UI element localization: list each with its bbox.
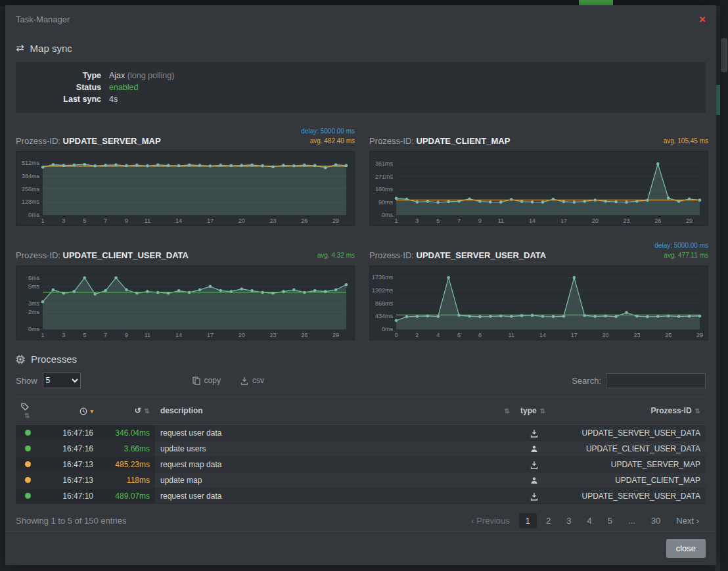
status-value: enabled: [101, 81, 139, 93]
column-duration[interactable]: ↺⇅: [99, 397, 155, 425]
svg-text:128ms: 128ms: [22, 198, 40, 205]
chip-icon: [16, 355, 25, 364]
duration-cell: 3.66ms: [99, 441, 155, 457]
close-icon[interactable]: ×: [699, 14, 706, 25]
svg-text:3: 3: [415, 217, 419, 224]
svg-text:0ms: 0ms: [28, 212, 40, 218]
pagination-page-30[interactable]: 30: [645, 513, 667, 528]
search-input[interactable]: [606, 373, 706, 388]
chart-stats: delay: 5000.00 ms avg. 482.40 ms: [301, 126, 355, 146]
table-row[interactable]: 16:47:10489.07msrequest user dataUPDATE_…: [16, 488, 706, 504]
svg-text:17: 17: [207, 332, 214, 338]
svg-text:23: 23: [269, 217, 276, 224]
svg-text:9: 9: [125, 217, 128, 224]
svg-text:7: 7: [104, 217, 107, 224]
status-cell: [16, 441, 39, 457]
task-manager-modal: Task-Manager × ⇄ Map sync Type Ajax (lon…: [5, 5, 716, 565]
pagination-page-3[interactable]: 3: [560, 513, 578, 528]
search-label: Search:: [572, 376, 601, 386]
svg-text:361ms: 361ms: [375, 160, 394, 167]
history-icon: ↺: [135, 406, 141, 415]
duration-cell: 489.07ms: [99, 488, 155, 504]
column-description[interactable]: description⇅: [155, 397, 515, 425]
time-cell: 16:47:13: [39, 457, 99, 472]
svg-text:8: 8: [478, 332, 482, 338]
column-process-id[interactable]: Prozess-ID⇅: [553, 397, 706, 425]
chart-title: Prozess-ID: UPDATE_CLIENT_USER_DATA: [16, 250, 189, 260]
table-row[interactable]: 16:47:163.66msupdate usersUPDATE_CLIENT_…: [16, 441, 706, 457]
chart-area: 0ms434ms868ms1302ms1736ms024681114172023…: [369, 265, 708, 340]
svg-text:434ms: 434ms: [375, 313, 394, 319]
processes-heading: Processes: [16, 354, 706, 365]
chart-avg-value: avg. 105.45 ms: [664, 136, 708, 146]
svg-text:14: 14: [529, 217, 535, 224]
chart-delay-value: delay: 5000.00 ms: [654, 240, 708, 250]
column-time[interactable]: ▾: [39, 397, 99, 425]
background-scrollbar[interactable]: [720, 0, 728, 571]
svg-text:4: 4: [436, 332, 440, 338]
table-row[interactable]: 16:47:13118msupdate mapUPDATE_CLIENT_MAP: [16, 472, 706, 488]
clock-icon: [80, 407, 87, 415]
time-cell: 16:47:13: [39, 472, 99, 488]
svg-text:5ms: 5ms: [28, 283, 40, 290]
sort-desc-icon: ▾: [90, 408, 93, 415]
svg-text:17: 17: [571, 332, 578, 338]
svg-text:20: 20: [239, 332, 245, 338]
sync-arrows-icon: ⇄: [16, 42, 24, 54]
show-entries-select[interactable]: 5: [43, 373, 81, 388]
download-icon: [515, 425, 553, 441]
table-header-row: ⇅ ▾ ↺⇅ description⇅ type⇅ Proz: [16, 397, 706, 425]
download-icon: [240, 377, 248, 385]
svg-text:11: 11: [145, 332, 150, 338]
pagination-previous[interactable]: ‹ Previous: [465, 513, 516, 528]
pagination-page-4[interactable]: 4: [581, 513, 599, 528]
charts-grid: Prozess-ID: UPDATE_SERVER_MAP delay: 500…: [16, 124, 706, 340]
process-id-cell: UPDATE_SERVER_USER_DATA: [553, 488, 706, 504]
chart-title: Prozess-ID: UPDATE_CLIENT_MAP: [369, 136, 510, 146]
pagination-page-2[interactable]: 2: [539, 513, 557, 528]
table-row[interactable]: 16:47:16346.04msrequest user dataUPDATE_…: [16, 425, 706, 441]
svg-text:11: 11: [509, 332, 514, 338]
column-status[interactable]: ⇅: [16, 397, 39, 425]
copy-button[interactable]: copy: [193, 376, 221, 385]
svg-text:0: 0: [394, 332, 398, 338]
svg-text:26: 26: [301, 217, 307, 224]
show-label: Show: [16, 376, 37, 386]
tag-icon: [21, 403, 29, 411]
process-table-body: 16:47:16346.04msrequest user dataUPDATE_…: [16, 425, 706, 504]
svg-text:20: 20: [592, 217, 599, 224]
svg-text:23: 23: [269, 332, 276, 338]
chart-area: 0ms2ms3ms5ms6ms1357911141720232629: [16, 265, 355, 340]
pagination-ellipsis: ...: [622, 513, 642, 528]
sort-icon: ⇅: [505, 407, 510, 415]
svg-text:1: 1: [41, 217, 44, 224]
modal-body: ⇄ Map sync Type Ajax (long polling) Stat…: [5, 42, 716, 528]
chart-avg-value: avg. 482.40 ms: [301, 136, 355, 146]
svg-text:29: 29: [332, 332, 339, 338]
user-icon: [515, 472, 553, 488]
duration-cell: 346.04ms: [99, 425, 155, 441]
svg-text:2: 2: [415, 332, 419, 338]
process-id-cell: UPDATE_CLIENT_MAP: [553, 472, 706, 488]
pagination-page-5[interactable]: 5: [601, 513, 619, 528]
pagination-next[interactable]: Next ›: [670, 513, 706, 528]
chart-title: Prozess-ID: UPDATE_SERVER_USER_DATA: [369, 250, 546, 260]
column-type[interactable]: type⇅: [515, 397, 553, 425]
scrollbar-thumb[interactable]: [721, 38, 727, 72]
svg-text:180ms: 180ms: [375, 186, 394, 193]
svg-text:1: 1: [41, 332, 44, 338]
close-button[interactable]: close: [666, 539, 706, 558]
csv-button[interactable]: csv: [240, 376, 264, 385]
last-sync-value: 4s: [101, 93, 118, 105]
svg-text:7: 7: [104, 332, 107, 338]
map-sync-panel: Type Ajax (long polling) Status enabled …: [16, 62, 706, 113]
pagination: ‹ Previous12345...30Next ›: [465, 513, 706, 528]
svg-text:29: 29: [686, 217, 693, 224]
svg-text:868ms: 868ms: [375, 300, 394, 307]
table-row[interactable]: 16:47:13485.23msrequest map dataUPDATE_S…: [16, 457, 706, 472]
chart-avg-value: avg. 477.11 ms: [654, 250, 708, 260]
svg-text:1302ms: 1302ms: [372, 287, 394, 294]
chart-title: Prozess-ID: UPDATE_SERVER_MAP: [16, 136, 161, 146]
pagination-page-1[interactable]: 1: [519, 513, 537, 528]
chart-svg: 0ms90ms180ms271ms361ms135791114172023262…: [370, 152, 708, 225]
